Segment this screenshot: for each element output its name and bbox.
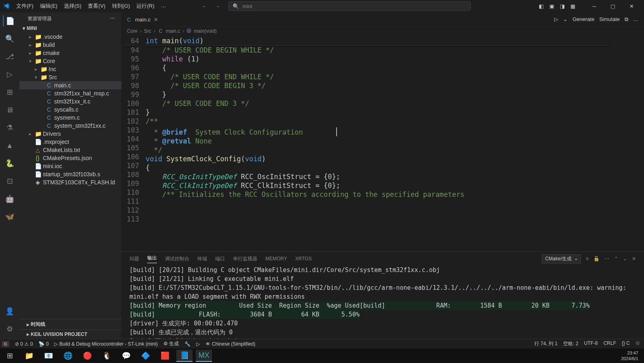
layout-panel-icon[interactable]: ▣ xyxy=(549,3,554,9)
tree-item-mini.ioc[interactable]: 📄mini.ioc xyxy=(19,162,121,170)
layout-customize-icon[interactable]: ▦ xyxy=(570,3,575,9)
minimap[interactable] xyxy=(608,36,644,251)
app1-taskbar-icon[interactable]: 🔷 xyxy=(138,350,154,362)
vscode-taskbar-icon[interactable]: 📘 xyxy=(176,350,193,362)
code-editor[interactable]: int main(void) /* USER CODE BEGIN WHILE … xyxy=(146,36,608,251)
tree-item-build[interactable]: ▸📁build xyxy=(19,41,121,49)
run-status-icon[interactable]: ▷ xyxy=(196,341,200,347)
menu-选择(S)[interactable]: 选择(S) xyxy=(61,2,85,10)
editor-action-1[interactable]: ⌄ xyxy=(563,16,568,22)
app2-taskbar-icon[interactable]: 🟥 xyxy=(157,350,173,362)
menu-运行(R)[interactable]: 运行(R) xyxy=(133,2,157,10)
extensions-icon[interactable]: ⊞ xyxy=(4,87,15,98)
eide-icon[interactable]: ⊡ xyxy=(4,175,15,187)
keil-section[interactable]: ▸KEIL UVISION PROJECT xyxy=(19,329,121,339)
start-button[interactable]: ⊞ xyxy=(2,350,18,362)
tree-item-CMakeLists.txt[interactable]: △CMakeLists.txt xyxy=(19,146,121,154)
tree-item-.mxproject[interactable]: 📄.mxproject xyxy=(19,138,121,146)
close-panel-icon[interactable]: ✕ xyxy=(632,256,636,262)
tree-item-Drivers[interactable]: ▸📁Drivers xyxy=(19,130,121,138)
tree-item-cmake[interactable]: ▸📁cmake xyxy=(19,49,121,57)
status-item[interactable]: UTF-8 xyxy=(584,340,598,347)
settings-gear-icon[interactable]: ⚙ xyxy=(4,323,15,335)
mail-taskbar-icon[interactable]: 📧 xyxy=(40,350,57,362)
maximize-panel-icon[interactable]: ⌃ xyxy=(614,256,618,262)
source-control-icon[interactable]: ⎇ xyxy=(4,51,15,62)
lock-icon[interactable]: 🔓 xyxy=(593,256,600,262)
status-item[interactable]: CRLF xyxy=(604,340,616,347)
wrench-icon[interactable]: 🔧 xyxy=(184,341,191,347)
menu-…[interactable]: … xyxy=(157,2,169,10)
remote-explorer-icon[interactable]: 🖥 xyxy=(4,104,15,116)
problems-status[interactable]: ⊘ 0 ⚠ 0 xyxy=(15,341,33,347)
robot-icon[interactable]: 🤖 xyxy=(4,193,15,205)
remote-indicator[interactable]: ⎘ xyxy=(2,341,9,347)
status-item[interactable]: {} C xyxy=(622,340,630,347)
menu-文件(F)[interactable]: 文件(F) xyxy=(13,2,37,10)
testing-icon[interactable]: ⚗ xyxy=(4,122,15,133)
edge-taskbar-icon[interactable]: 🌐 xyxy=(60,350,76,362)
qq-taskbar-icon[interactable]: 🐧 xyxy=(99,350,115,362)
close-button[interactable]: ✕ xyxy=(622,0,641,12)
search-box[interactable]: 🔍 mini xyxy=(228,1,471,11)
tree-item-.vscode[interactable]: ▸📁.vscode xyxy=(19,33,121,41)
tree-item-system_stm32f1xx.c[interactable]: Csystem_stm32f1xx.c xyxy=(19,122,121,130)
status-item[interactable]: ☉ xyxy=(636,340,640,347)
explorer-icon[interactable]: 📄 xyxy=(3,15,16,27)
layout-secondary-icon[interactable]: ◨ xyxy=(560,3,565,9)
tree-item-STM32F103C8Tx_FLASH.ld[interactable]: ◈STM32F103C8Tx_FLASH.ld xyxy=(19,178,121,186)
menu-转到(G)[interactable]: 转到(G) xyxy=(109,2,133,10)
tab-close-icon[interactable]: ✕ xyxy=(154,17,158,23)
menu-查看(V)[interactable]: 查看(V) xyxy=(85,2,108,10)
tree-item-CMakePresets.json[interactable]: {}CMakePresets.json xyxy=(19,154,121,162)
accounts-icon[interactable]: 👤 xyxy=(4,306,15,317)
project-root[interactable]: ▾ MINI xyxy=(19,24,121,33)
chevron-down-icon[interactable]: ⌄ xyxy=(623,256,627,262)
panel-tab-调试控制台[interactable]: 调试控制台 xyxy=(165,255,189,262)
wechat-taskbar-icon[interactable]: 💬 xyxy=(118,350,134,362)
editor-action-5[interactable]: … xyxy=(633,16,638,22)
tree-item-Src[interactable]: ▾📁Src xyxy=(19,73,121,81)
editor-action-0[interactable]: ▷ xyxy=(554,16,558,22)
layout-primary-icon[interactable]: ◧ xyxy=(539,3,544,9)
editor-action-2[interactable]: Generate xyxy=(572,16,594,22)
chrome-taskbar-icon[interactable]: 🔴 xyxy=(79,350,95,362)
cmake-generate-status[interactable]: ⚙ 生成 xyxy=(163,340,179,347)
file-explorer-taskbar-icon[interactable]: 📁 xyxy=(21,350,37,362)
editor-action-3[interactable]: Simulate xyxy=(599,16,620,22)
more-icon[interactable]: ⋯ xyxy=(604,256,609,262)
filter-icon[interactable]: ≡ xyxy=(586,256,589,262)
panel-tab-问题[interactable]: 问题 xyxy=(129,255,139,262)
tree-item-Core[interactable]: ▾📁Core xyxy=(19,57,121,65)
build-debug-status[interactable]: ▷ Build & Debug Microcontroller - ST-Lin… xyxy=(54,341,158,347)
tree-item-stm32f1xx_hal_msp.c[interactable]: Cstm32f1xx_hal_msp.c xyxy=(19,89,121,97)
tree-item-stm32f1xx_it.c[interactable]: Cstm32f1xx_it.c xyxy=(19,97,121,106)
minimize-button[interactable]: ─ xyxy=(585,0,604,12)
search-activity-icon[interactable]: 🔍 xyxy=(4,33,15,44)
menu-编辑(E)[interactable]: 编辑(E) xyxy=(37,2,61,10)
run-debug-icon[interactable]: ▷ xyxy=(4,69,15,80)
tree-item-Inc[interactable]: ▸📁Inc xyxy=(19,65,121,73)
nav-forward-icon[interactable]: → xyxy=(215,3,220,9)
panel-tab-MEMORY[interactable]: MEMORY xyxy=(265,256,287,262)
python-icon[interactable]: 🐍 xyxy=(4,158,15,169)
makefile-icon[interactable]: ▲ xyxy=(4,140,15,151)
output-content[interactable]: [build] [20/21] Building C object CMakeF… xyxy=(121,266,644,339)
panel-tab-端口[interactable]: 端口 xyxy=(215,255,225,262)
butterfly-icon[interactable]: 🦋 xyxy=(4,211,15,222)
panel-tab-终端[interactable]: 终端 xyxy=(197,255,207,262)
cubemx-taskbar-icon[interactable]: MX xyxy=(196,350,212,362)
status-item[interactable]: 空格: 2 xyxy=(563,340,578,347)
tree-item-main.c[interactable]: Cmain.c xyxy=(19,81,121,89)
nav-back-icon[interactable]: ← xyxy=(201,3,207,9)
tray-clock[interactable]: 23:47 2024/6/1 xyxy=(621,350,642,361)
tree-item-sysmem.c[interactable]: Csysmem.c xyxy=(19,114,121,122)
tree-item-syscalls.c[interactable]: Csyscalls.c xyxy=(19,106,121,114)
timeline-section[interactable]: ▸时间线 xyxy=(19,319,121,329)
panel-tab-串行监视器[interactable]: 串行监视器 xyxy=(233,255,257,262)
panel-tab-输出[interactable]: 输出 xyxy=(147,255,157,263)
panel-tab-XRTOS[interactable]: XRTOS xyxy=(295,256,312,262)
tab-main-c[interactable]: C main.c ✕ xyxy=(121,12,163,27)
maximize-button[interactable]: ▢ xyxy=(604,0,622,12)
editor-action-4[interactable]: ⧉ xyxy=(625,16,628,23)
